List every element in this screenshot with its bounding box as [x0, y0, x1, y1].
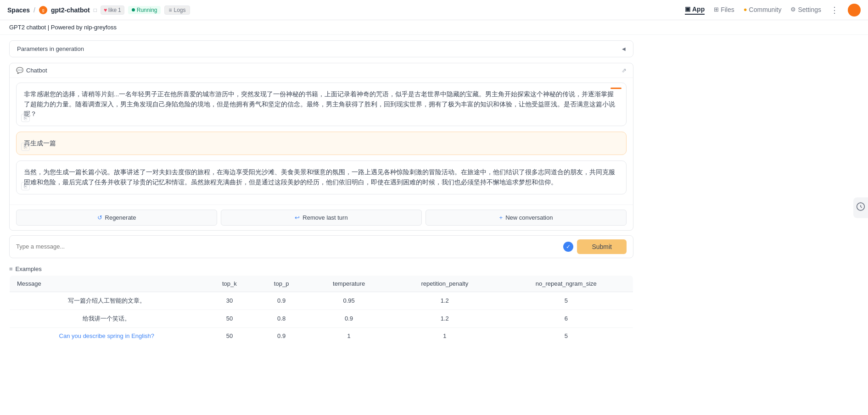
message-block-2: 再生成一篇 ⎘: [16, 132, 627, 155]
submit-button[interactable]: Submit: [577, 239, 627, 254]
action-buttons: ↺ Regenerate ↩ Remove last turn + New co…: [10, 205, 633, 230]
input-area: ✓ Submit: [9, 235, 633, 258]
message-input[interactable]: [16, 243, 560, 250]
example-temperature-cell: 0.9: [308, 310, 390, 327]
example-temperature-cell: 1: [308, 327, 390, 344]
new-conversation-label: New conversation: [505, 214, 553, 221]
table-row[interactable]: Can you describe spring in English?500.9…: [10, 327, 633, 344]
remove-last-turn-button[interactable]: ↩ Remove last turn: [221, 210, 422, 226]
examples-icon: ≡: [9, 266, 13, 272]
examples-label: Examples: [16, 266, 42, 272]
col-header-topk: top_k: [204, 275, 256, 292]
user-avatar[interactable]: [848, 4, 861, 17]
chatbot-label-text: Chatbot: [26, 67, 47, 74]
more-menu-icon[interactable]: ⋮: [830, 5, 839, 15]
status-label: Running: [137, 7, 157, 13]
example-temperature-cell: 0.95: [308, 292, 390, 310]
space-name: gpt2-chatbot: [51, 6, 90, 14]
new-conversation-icon: +: [499, 214, 503, 221]
col-header-no-repeat-ngram: no_repeat_ngram_size: [499, 275, 633, 292]
col-header-message: Message: [10, 275, 204, 292]
chat-bubble-icon: 💬: [16, 67, 23, 74]
examples-table: Message top_k top_p temperature repetiti…: [9, 275, 633, 344]
col-header-temperature: temperature: [308, 275, 390, 292]
chat-messages[interactable]: 非常感谢您的选择，请稍等片刻...一名年轻男子正在他所喜爱的城市游历中，突然发现…: [10, 78, 633, 205]
like-count: 1: [118, 7, 121, 13]
example-no_repeat_ngram_size-cell: 5: [499, 292, 633, 310]
chatbot-label: 💬 Chatbot: [16, 67, 47, 74]
example-no_repeat_ngram_size-cell: 6: [499, 310, 633, 327]
example-top_k-cell: 50: [204, 310, 256, 327]
message-block-3: 当然，为您生成一篇长篇小说。故事讲述了一对夫妇去度假的旅程，在海边享受阳光沙滩、…: [16, 160, 627, 194]
table-row[interactable]: 写一篇介绍人工智能的文章。300.90.951.25: [10, 292, 633, 310]
regenerate-label: Regenerate: [105, 214, 136, 221]
main-content: Parameters in generation ◀ 💬 Chatbot ⇗ 非…: [0, 35, 643, 354]
remove-last-turn-label: Remove last turn: [302, 214, 347, 221]
logs-icon: ≡: [168, 7, 172, 13]
spaces-label: Spaces: [7, 6, 30, 14]
message-bubble-1: 非常感谢您的选择，请稍等片刻...一名年轻男子正在他所喜爱的城市游历中，突然发现…: [16, 83, 627, 126]
example-repetition_penalty-cell: 1: [390, 327, 499, 344]
example-repetition_penalty-cell: 1.2: [390, 310, 499, 327]
regenerate-button[interactable]: ↺ Regenerate: [16, 210, 217, 226]
status-badge: Running: [128, 6, 161, 14]
tab-community[interactable]: ● Community: [744, 6, 782, 14]
heart-icon: ♥: [104, 7, 107, 13]
nav-left: Spaces / g gpt2-chatbot □ ♥ like 1 Runni…: [7, 6, 685, 15]
files-icon: ⊞: [714, 6, 719, 13]
example-top_p-cell: 0.9: [255, 327, 308, 344]
message-bubble-3: 当然，为您生成一篇长篇小说。故事讲述了一对夫妇去度假的旅程，在海边享受阳光沙滩、…: [16, 160, 627, 194]
tab-community-label: Community: [749, 6, 782, 13]
message-bubble-2: 再生成一篇 ⎘: [16, 132, 627, 155]
tab-files[interactable]: ⊞ Files: [714, 6, 734, 14]
share-icon[interactable]: ⇗: [622, 67, 627, 74]
regenerate-icon: ↺: [97, 214, 102, 221]
accordion-header[interactable]: Parameters in generation ◀: [10, 41, 633, 57]
new-conversation-button[interactable]: + New conversation: [426, 210, 627, 226]
chatbot-header: 💬 Chatbot ⇗: [10, 63, 633, 78]
check-icon: ✓: [563, 242, 573, 252]
example-top_p-cell: 0.8: [255, 310, 308, 327]
copy-message-2-button[interactable]: ⎘: [21, 143, 30, 151]
copy-message-3-button[interactable]: ⎘: [21, 182, 30, 190]
nav-separator: /: [34, 6, 35, 14]
col-header-repetition-penalty: repetition_penalty: [390, 275, 499, 292]
subheader: GPT2 chatbot | Powered by nlp-greyfoss: [0, 20, 868, 35]
message-text-1: 非常感谢您的选择，请稍等片刻...一名年轻男子正在他所喜爱的城市游历中，突然发现…: [24, 91, 615, 117]
parameters-accordion[interactable]: Parameters in generation ◀: [9, 40, 633, 57]
message-text-3: 当然，为您生成一篇长篇小说。故事讲述了一对夫妇去度假的旅程，在海边享受阳光沙滩、…: [24, 169, 615, 186]
status-dot: [132, 8, 135, 11]
nav-right: ▣ App ⊞ Files ● Community ⚙ Settings ⋮: [685, 4, 861, 17]
user-avatar-small: g: [39, 6, 47, 14]
copy-message-1-button[interactable]: ⎘: [21, 114, 30, 122]
example-top_k-cell: 30: [204, 292, 256, 310]
table-row[interactable]: 给我讲一个笑话。500.80.91.26: [10, 310, 633, 327]
examples-header[interactable]: ≡ Examples: [9, 263, 633, 275]
settings-icon: ⚙: [790, 6, 796, 13]
accordion-arrow-icon: ◀: [622, 46, 626, 51]
example-message-cell[interactable]: Can you describe spring in English?: [10, 327, 204, 344]
example-message-cell[interactable]: 写一篇介绍人工智能的文章。: [10, 292, 204, 310]
tab-settings-label: Settings: [798, 6, 821, 13]
example-no_repeat_ngram_size-cell: 5: [499, 327, 633, 344]
example-message-cell[interactable]: 给我讲一个笑话。: [10, 310, 204, 327]
tab-app[interactable]: ▣ App: [685, 6, 705, 15]
tab-settings[interactable]: ⚙ Settings: [790, 6, 821, 14]
example-repetition_penalty-cell: 1.2: [390, 292, 499, 310]
like-button[interactable]: ♥ like 1: [101, 6, 124, 15]
top-nav: Spaces / g gpt2-chatbot □ ♥ like 1 Runni…: [0, 0, 868, 20]
chatbot-container: 💬 Chatbot ⇗ 非常感谢您的选择，请稍等片刻...一名年轻男子正在他所喜…: [9, 63, 633, 231]
side-floating-icon[interactable]: [853, 197, 868, 218]
message-block-1: 非常感谢您的选择，请稍等片刻...一名年轻男子正在他所喜爱的城市游历中，突然发现…: [16, 83, 627, 126]
orange-accent-line: [610, 88, 622, 89]
logs-button[interactable]: ≡ Logs: [164, 6, 190, 15]
copy-space-icon[interactable]: □: [94, 7, 97, 13]
tab-app-label: App: [692, 6, 705, 13]
col-header-topp: top_p: [255, 275, 308, 292]
subheader-text: GPT2 chatbot | Powered by nlp-greyfoss: [9, 24, 117, 31]
tab-files-label: Files: [721, 6, 734, 13]
example-top_p-cell: 0.9: [255, 292, 308, 310]
community-icon: ●: [744, 6, 747, 13]
accordion-title: Parameters in generation: [17, 45, 84, 52]
like-label: like: [108, 7, 117, 13]
